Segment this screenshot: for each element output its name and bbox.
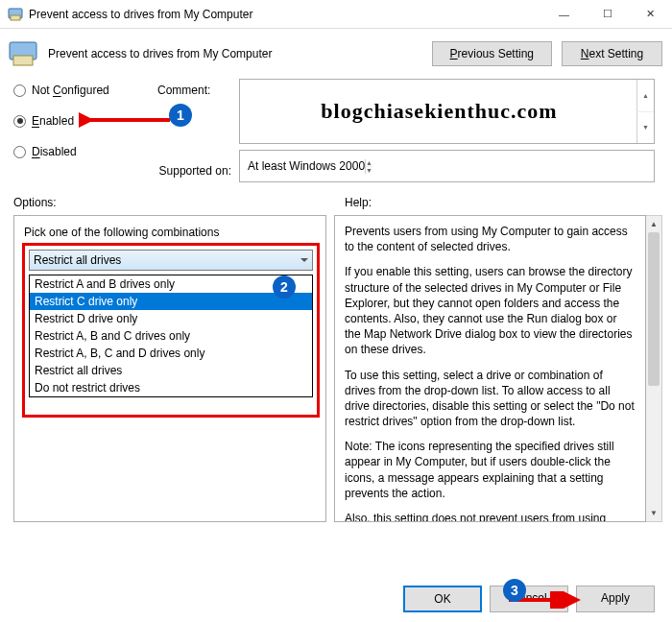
group-policy-icon: [8, 7, 23, 22]
combo-selected-value: Restrict all drives: [34, 253, 121, 267]
comment-label: Comment:: [157, 79, 239, 97]
scroll-down-icon[interactable]: [365, 167, 372, 174]
annotation-callout-1: 1: [169, 104, 192, 127]
radio-icon: [13, 146, 26, 158]
svg-rect-3: [13, 56, 33, 65]
annotation-callout-2: 2: [273, 275, 296, 299]
maximize-button[interactable]: ☐: [586, 0, 629, 28]
next-setting-button[interactable]: Next Setting: [562, 41, 662, 66]
radio-icon: [13, 84, 26, 97]
radio-not-configured[interactable]: Not Configured: [13, 84, 157, 97]
titlebar: Prevent access to drives from My Compute…: [0, 0, 672, 29]
previous-setting-button[interactable]: Previous Setting: [432, 41, 552, 66]
radio-icon: [13, 115, 26, 128]
dropdown-item[interactable]: Restrict all drives: [30, 362, 312, 379]
ok-button[interactable]: OK: [403, 586, 482, 612]
dropdown-item[interactable]: Restrict A, B and C drives only: [30, 327, 312, 345]
cancel-button[interactable]: Cancel: [490, 586, 568, 612]
supported-on-field: At least Windows 2000: [239, 150, 655, 182]
dropdown-item[interactable]: Do not restrict drives: [30, 379, 312, 396]
drive-restriction-dropdown[interactable]: Restrict A and B drives onlyRestrict C d…: [29, 275, 313, 397]
scroll-down-icon[interactable]: [636, 112, 654, 144]
drive-restriction-combo[interactable]: Restrict all drives: [29, 250, 313, 271]
dropdown-item[interactable]: Restrict D drive only: [30, 310, 312, 327]
dropdown-item[interactable]: Restrict A and B drives only: [30, 275, 312, 293]
close-button[interactable]: ✕: [629, 0, 672, 28]
options-panel: Pick one of the following combinations R…: [13, 215, 326, 522]
dropdown-item[interactable]: Restrict A, B, C and D drives only: [30, 345, 312, 362]
radio-disabled[interactable]: Disabled: [13, 145, 157, 158]
help-panel: Prevents users from using My Computer to…: [334, 215, 646, 522]
policy-heading: Prevent access to drives from My Compute…: [48, 47, 422, 60]
annotation-highlight-box: Restrict all drives Restrict A and B dri…: [22, 243, 320, 418]
scrollbar-thumb[interactable]: [648, 232, 660, 386]
help-label: Help:: [345, 196, 372, 209]
help-paragraph: Also, this setting does not prevent user…: [345, 511, 636, 522]
help-paragraph: If you enable this setting, users can br…: [345, 264, 636, 357]
pick-combination-label: Pick one of the following combinations: [24, 226, 316, 239]
minimize-button[interactable]: —: [542, 0, 586, 28]
annotation-callout-3: 3: [503, 579, 526, 602]
policy-icon: [8, 38, 38, 69]
help-paragraph: Prevents users from using My Computer to…: [345, 224, 636, 254]
scroll-up-icon[interactable]: ▲: [646, 216, 661, 232]
header-row: Prevent access to drives from My Compute…: [0, 29, 672, 79]
svg-rect-1: [11, 15, 20, 20]
comment-field[interactable]: blogchiasekienthuc.com: [239, 79, 655, 144]
supported-on-label: Supported on:: [157, 164, 239, 178]
help-scrollbar[interactable]: ▲ ▼: [646, 215, 662, 522]
supported-on-value: At least Windows 2000: [248, 159, 365, 173]
watermark-text: blogchiasekienthuc.com: [321, 99, 557, 124]
scroll-up-icon[interactable]: [365, 159, 372, 167]
dropdown-item[interactable]: Restrict C drive only: [30, 293, 312, 310]
help-paragraph: Note: The icons representing the specifi…: [345, 439, 636, 501]
options-label: Options:: [13, 196, 345, 209]
window-title: Prevent access to drives from My Compute…: [29, 8, 542, 21]
scroll-down-icon[interactable]: ▼: [646, 505, 661, 521]
radio-enabled[interactable]: Enabled: [13, 114, 157, 128]
apply-button[interactable]: Apply: [576, 586, 655, 612]
scroll-up-icon[interactable]: [636, 80, 654, 112]
help-paragraph: To use this setting, select a drive or c…: [345, 368, 636, 430]
